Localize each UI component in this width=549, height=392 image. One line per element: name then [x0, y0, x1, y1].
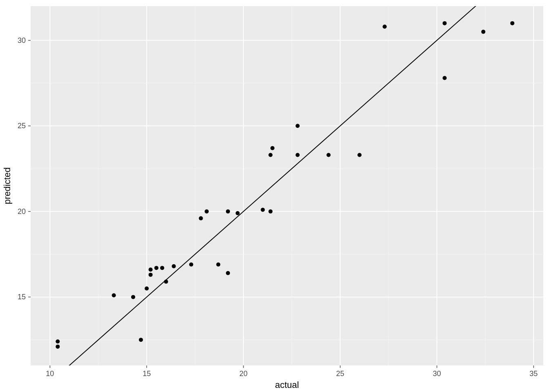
data-point — [268, 153, 272, 157]
data-point — [326, 153, 330, 157]
y-tick-label: 20 — [18, 207, 26, 216]
data-point — [481, 30, 485, 34]
data-point — [112, 293, 116, 297]
x-tick-label: 35 — [529, 370, 538, 378]
x-tick-label: 10 — [46, 370, 54, 378]
data-point — [160, 266, 164, 270]
data-point — [510, 21, 514, 25]
y-tick-label: 15 — [18, 293, 26, 301]
data-point — [261, 208, 265, 212]
data-point — [149, 267, 153, 272]
plot-panel — [31, 6, 543, 365]
y-tick-label: 30 — [18, 36, 26, 45]
data-point — [56, 339, 60, 343]
data-point — [205, 209, 209, 214]
data-point — [226, 209, 230, 214]
chart-svg: 10152025303515202530actualpredicted — [0, 0, 549, 392]
data-point — [226, 271, 230, 275]
data-point — [172, 264, 176, 268]
data-point — [145, 286, 149, 290]
x-tick-label: 30 — [433, 370, 441, 378]
data-point — [296, 124, 300, 128]
data-point — [164, 280, 168, 284]
data-point — [383, 24, 387, 29]
y-tick-label: 25 — [18, 122, 26, 130]
x-tick-label: 15 — [143, 370, 151, 378]
data-point — [216, 263, 220, 267]
data-point — [139, 338, 143, 342]
x-axis-title: actual — [275, 380, 299, 390]
data-point — [270, 146, 274, 150]
data-point — [442, 76, 446, 80]
x-tick-label: 20 — [239, 370, 248, 378]
data-point — [236, 211, 240, 215]
scatter-chart: 10152025303515202530actualpredicted — [0, 0, 549, 392]
data-point — [442, 21, 446, 25]
data-point — [154, 266, 158, 270]
data-point — [357, 153, 362, 157]
data-point — [268, 209, 272, 214]
x-tick-label: 25 — [336, 370, 344, 378]
data-point — [56, 345, 60, 349]
data-point — [149, 273, 153, 277]
data-point — [199, 216, 203, 220]
data-point — [189, 263, 193, 267]
y-axis-title: predicted — [2, 167, 12, 205]
data-point — [131, 295, 135, 299]
data-point — [296, 153, 300, 157]
